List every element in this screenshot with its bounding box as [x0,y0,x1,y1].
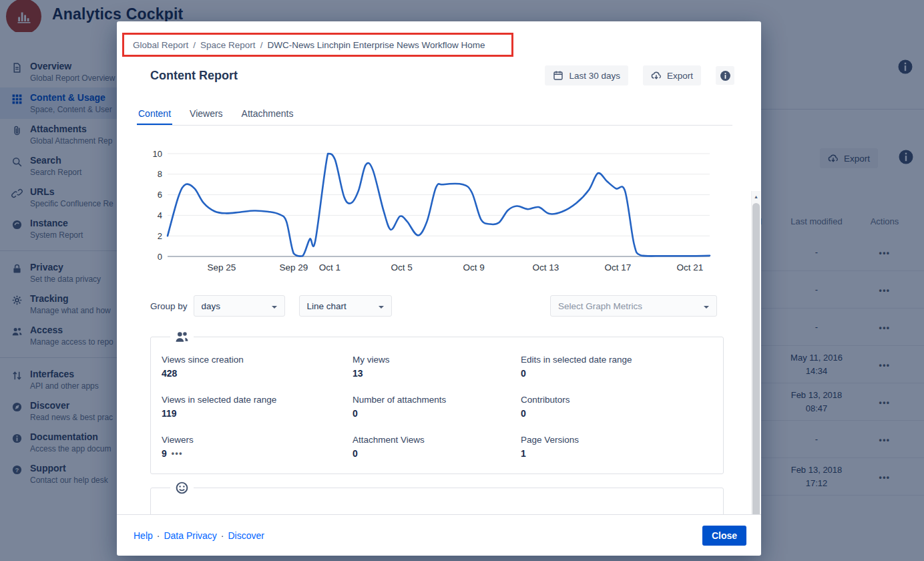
sentiment-card-partial [150,488,724,514]
cloud-download-icon [651,70,662,81]
svg-text:Oct 13: Oct 13 [533,262,559,272]
group-by-label: Group by [150,301,188,311]
graph-metrics-placeholder: Select Graph Metrics [558,301,642,311]
breadcrumb-space-report[interactable]: Space Report [200,40,256,50]
svg-text:Oct 5: Oct 5 [391,262,413,272]
group-by-value: days [202,301,221,311]
discover-link[interactable]: Discover [228,530,264,541]
line-chart-svg: 0246810Sep 25Sep 29Oct 1Oct 5Oct 9Oct 13… [150,136,711,283]
svg-text:Oct 17: Oct 17 [605,262,632,272]
svg-text:Oct 9: Oct 9 [463,262,484,272]
graph-metrics-select[interactable]: Select Graph Metrics [550,295,717,317]
stat-views-in-range: Views in selected date range 119 [162,395,353,419]
info-button[interactable] [716,66,734,85]
svg-text:10: 10 [153,149,162,159]
stat-views-since-creation: Views since creation 428 [162,355,353,379]
dialog-header: Content Report Last 30 days Export [117,60,761,104]
data-privacy-link[interactable]: Data Privacy [164,530,216,541]
smiley-icon [170,481,194,495]
breadcrumb: Global Report/Space Report/DWC-News Linc… [133,40,485,50]
dialog-footer: Help·Data Privacy·Discover Close [117,514,761,556]
footer-links: Help·Data Privacy·Discover [134,530,702,541]
group-by-select[interactable]: days [194,295,285,317]
breadcrumb-current-page: DWC-News Linchpin Enterprise News Workfl… [267,40,485,50]
chevron-down-icon [704,306,709,311]
annotation-highlight-box: Global Report/Space Report/DWC-News Linc… [122,33,513,57]
close-button[interactable]: Close [702,526,746,546]
breadcrumb-separator: / [260,40,263,50]
chart-type-select[interactable]: Line chart [299,295,392,317]
svg-text:Sep 29: Sep 29 [279,262,308,272]
tab-content[interactable]: Content [137,106,172,125]
view-statistics-card: Views since creation 428 My views 13 Edi… [150,337,724,474]
svg-text:8: 8 [158,169,162,179]
svg-text:Oct 21: Oct 21 [676,262,703,272]
svg-text:Oct 1: Oct 1 [319,262,340,272]
svg-text:4: 4 [158,210,162,220]
export-button-label: Export [667,71,693,81]
help-link[interactable]: Help [134,530,153,541]
stat-viewers: Viewers 9 ••• [162,435,353,459]
scrollbar-thumb[interactable] [752,203,760,514]
stat-my-views: My views 13 [353,355,521,379]
viewers-more-button[interactable]: ••• [172,449,183,458]
dialog-title: Content Report [150,69,545,83]
breadcrumb-separator: / [193,40,196,50]
date-range-label: Last 30 days [569,71,620,81]
people-group-icon [170,330,194,344]
views-line-chart: 0246810Sep 25Sep 29Oct 1Oct 5Oct 9Oct 13… [150,136,761,286]
content-report-dialog: Global Report/Space Report/DWC-News Linc… [117,21,761,556]
tab-viewers[interactable]: Viewers [188,106,224,125]
breadcrumb-zone: Global Report/Space Report/DWC-News Linc… [117,21,761,60]
calendar-icon [553,70,563,81]
chevron-down-icon [272,306,277,311]
stat-edits-in-range: Edits in selected date range 0 [521,355,712,379]
app-root: Analytics Cockpit OverviewGlobal Report … [0,0,924,561]
svg-text:6: 6 [158,190,162,200]
svg-text:2: 2 [158,231,162,241]
stat-contributors: Contributors 0 [521,395,712,419]
export-button[interactable]: Export [643,65,701,85]
dialog-scroll-area: Content Viewers Attachments 0246810Sep 2… [117,104,761,514]
stat-attachment-views: Attachment Views 0 [353,435,521,459]
chevron-down-icon [379,306,384,311]
info-icon [720,70,731,81]
chart-type-value: Line chart [307,301,346,311]
stat-number-of-attachments: Number of attachments 0 [353,395,521,419]
svg-text:0: 0 [158,252,162,262]
stat-page-versions: Page Versions 1 [521,435,712,459]
chart-controls: Group by days Line chart Select Graph Me… [150,295,724,317]
svg-text:Sep 25: Sep 25 [208,262,236,272]
breadcrumb-global-report[interactable]: Global Report [133,40,188,50]
date-range-button[interactable]: Last 30 days [545,65,628,85]
dialog-scrollbar[interactable]: ▲ ▼ [751,191,760,514]
scroll-up-arrow[interactable]: ▲ [752,192,760,202]
report-tabs: Content Viewers Attachments [137,106,732,126]
tab-attachments[interactable]: Attachments [240,106,295,125]
